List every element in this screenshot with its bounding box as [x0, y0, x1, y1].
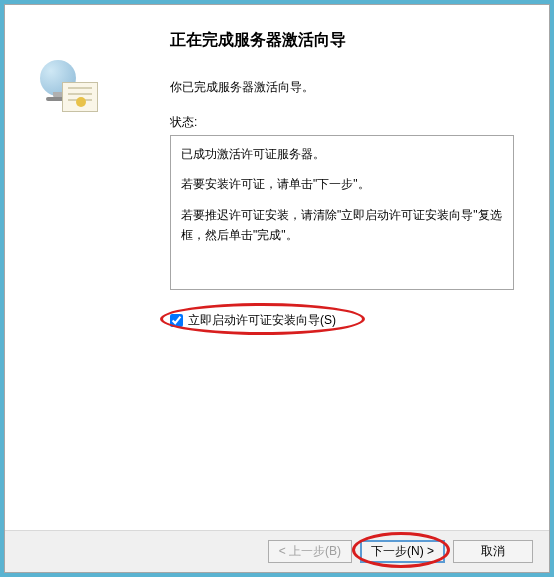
start-install-wizard-checkbox[interactable] — [170, 314, 183, 327]
wizard-window: 正在完成服务器激活向导 你已完成服务器激活向导。 状态: 已成功激活许可证服务器… — [4, 4, 550, 573]
wizard-content: 正在完成服务器激活向导 你已完成服务器激活向导。 状态: 已成功激活许可证服务器… — [5, 5, 549, 530]
wizard-subtitle: 你已完成服务器激活向导。 — [170, 79, 514, 96]
status-line: 已成功激活许可证服务器。 — [181, 144, 503, 164]
status-line: 若要安装许可证，请单击"下一步"。 — [181, 174, 503, 194]
button-bar: < 上一步(B) 下一步(N) > 取消 — [5, 530, 549, 572]
wizard-title: 正在完成服务器激活向导 — [170, 30, 514, 51]
cancel-button[interactable]: 取消 — [453, 540, 533, 563]
status-label: 状态: — [170, 114, 514, 131]
certificate-icon — [62, 82, 98, 112]
back-button: < 上一步(B) — [268, 540, 352, 563]
status-line: 若要推迟许可证安装，请清除"立即启动许可证安装向导"复选框，然后单击"完成"。 — [181, 205, 503, 246]
checkbox-label: 立即启动许可证安装向导(S) — [188, 312, 336, 329]
wizard-graphic — [40, 60, 100, 120]
start-install-wizard-checkbox-row[interactable]: 立即启动许可证安装向导(S) — [170, 312, 336, 329]
status-textbox: 已成功激活许可证服务器。 若要安装许可证，请单击"下一步"。 若要推迟许可证安装… — [170, 135, 514, 290]
next-button[interactable]: 下一步(N) > — [360, 540, 445, 563]
